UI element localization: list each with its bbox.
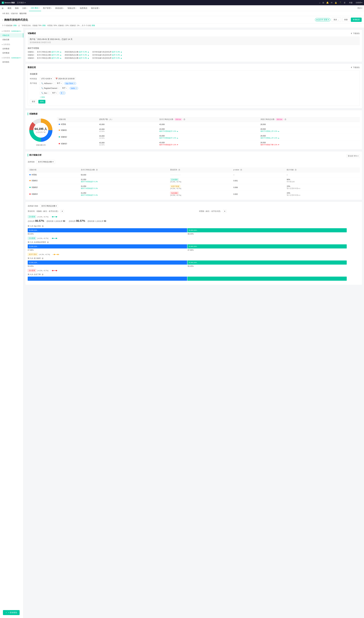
equals-op1[interactable]: 等于 ▾ <box>55 82 63 85</box>
nav-overview[interactable]: 概览 <box>6 5 13 11</box>
stats-row-exp2: 试验组2 31,050相对于对照组提升 5.3% 差异不显著 [+6.3%, +… <box>28 184 360 191</box>
sidebar-item-overview[interactable]: 试验总览 <box>0 33 23 38</box>
nav-smart-ops[interactable]: 智能运营 ▾ <box>66 5 78 11</box>
hint-icon2[interactable]: ? <box>284 118 286 121</box>
funnel-controls: 选择漏斗指标 支付订单的总次数 ▾ <box>28 204 360 208</box>
breadcrumb-sep2: / <box>18 13 19 15</box>
message-icon[interactable]: ✉ <box>331 1 333 4</box>
step1-hint[interactable]: ℹ <box>42 225 44 227</box>
sidebar-item-realtime[interactable]: 实时数据 <box>0 51 23 55</box>
funnel-sig-negative: 负向显著 <box>28 269 36 272</box>
nav-project-settings[interactable]: 项目设置 ▾ <box>89 5 102 11</box>
breadcrumb-list[interactable]: 试验列表 <box>11 12 18 15</box>
status-badge[interactable]: 运行中 变更 ▾ <box>315 18 330 21</box>
equals-op3[interactable]: 等于 ▾ <box>51 91 58 95</box>
sidebar-section-title-publish[interactable]: ▾ 发布报告 当前报告版本 ▾ <box>0 56 23 60</box>
female-remove[interactable]: ✕ <box>63 92 64 94</box>
confidence-select[interactable]: 置信度 95% ▾ <box>346 154 360 158</box>
more-button[interactable]: 更多 … <box>332 18 341 22</box>
step1-val-exp: 15,581,624... <box>29 229 38 231</box>
sidebar-item-traffic[interactable]: 试验流量 <box>0 38 23 42</box>
sub-tag1[interactable]: 调整 <box>13 24 17 27</box>
baidu-remove[interactable]: ✕ <box>76 87 77 89</box>
reset-button[interactable]: 重置 <box>30 100 37 104</box>
status-change[interactable]: 变更 ▾ <box>324 18 329 21</box>
user-role[interactable]: 分析师 ▾ <box>356 1 362 4</box>
hint-icon4[interactable]: ? <box>178 169 180 171</box>
ci-dot-left4 <box>52 270 53 271</box>
breadcrumb-ab-test[interactable]: A/B 测试 <box>2 12 9 15</box>
download-overview-button[interactable]: ⬇ 下载报告 <box>351 32 360 35</box>
stats-col-ci: 置信区间 ? <box>168 167 232 172</box>
row-exp2-name: 试验组2 <box>57 134 97 140</box>
funnel-indicator-select[interactable]: 支付订单的总次数 ▾ <box>40 204 58 208</box>
stats-header: 统计检验分析 置信度 95% ▾ <box>28 154 360 158</box>
stats-exp3-pvalue: 0.002 <box>232 191 285 198</box>
stats-table: 试验分组 支付订单的总次数 ? 置信区间 ? p-value ? 统计功效 ? … <box>28 167 360 197</box>
bell-icon[interactable]: 🔔 <box>326 1 329 4</box>
add-filter-button[interactable]: + 添加 <box>40 96 45 98</box>
download2-icon: ⬇ <box>351 66 352 69</box>
sidebar: ▾ 试验报告 当前报告版本 ▾ 试验总览 试验流量 ▾ 业务报告 业务数据 实时… <box>0 28 24 618</box>
step2-hint[interactable]: ℹ <box>47 241 49 243</box>
project-selector[interactable]: 正式项目 ▾ <box>17 1 26 4</box>
add-report-button[interactable]: ＋ + 添加报告 <box>3 610 20 615</box>
sub-sep2: · 对照组: 50%, 试验组1: 10%, 试验组2: 1% ... 共 5 … <box>46 24 91 27</box>
query-button[interactable]: 查询 <box>38 100 45 103</box>
nav-ab-test[interactable]: A/B 测试 ▾ <box>29 5 41 11</box>
nav-more[interactable]: 更多 ▾ <box>357 7 362 9</box>
step1-val-ctrl: 15,581,624... <box>189 229 198 231</box>
step2-bars: 15,581,624... 15,581,624... <box>28 244 360 248</box>
nav-scene-store[interactable]: 场景商店 <box>78 5 89 11</box>
indicator-select[interactable]: 支付订单的总次数 ▾ <box>36 160 55 164</box>
hint-icon1[interactable]: ? <box>183 118 185 121</box>
important-badge1: 重要指标 <box>174 118 182 121</box>
monitor-icon[interactable]: 🖥 <box>344 1 346 4</box>
register-channel-select[interactable]: 🔍 RegisterChannel ▾ <box>40 87 60 90</box>
sex-select[interactable]: 🔍 Sex ▾ <box>40 92 50 95</box>
sub-tag3[interactable]: 调整 <box>91 24 95 27</box>
stats-title: 统计检验分析 <box>28 154 42 156</box>
sub-tag2[interactable]: 调整 <box>42 24 46 27</box>
nav-reports[interactable]: 报表 <box>13 5 21 11</box>
menu-grid-icon[interactable]: ⊞ <box>2 7 3 9</box>
lock-icon[interactable]: 🔒 <box>335 1 337 4</box>
search-icon[interactable]: ⌕ <box>319 1 320 4</box>
nav-analysis[interactable]: 分析 ▾ <box>21 5 29 11</box>
phone-icon[interactable]: 📱 <box>339 1 342 4</box>
hint-icon3[interactable]: ? <box>96 169 98 171</box>
sidebar-section-title-business[interactable]: ▾ 业务报告 <box>0 42 23 47</box>
funnel-ctrl-select[interactable]: ▾ <box>223 210 226 213</box>
stats-control-power: – <box>285 172 360 177</box>
step4-label: 第 4 步 点击下单 ℹ <box>28 273 360 276</box>
adsource-select[interactable]: 🔍 AdSource ▾ <box>40 82 54 85</box>
hint-icon6[interactable]: ? <box>295 169 297 171</box>
grid-icon[interactable]: ⊞ <box>322 1 324 4</box>
funnel-exp-select[interactable]: ▾ <box>61 210 64 213</box>
user-name[interactable]: 卓越 <box>349 1 352 4</box>
table-row-exp2: 试验组2 43,00032.00% 43,000相对于对照组提升 5.3% ▲ … <box>57 134 360 140</box>
refresh-button[interactable]: 刷新 <box>342 18 350 22</box>
stats-col-value: 支付订单的总次数 ? <box>79 167 168 172</box>
ci-dot-right2 <box>56 238 57 239</box>
sidebar-item-business-data[interactable]: 业务数据 <box>0 47 23 51</box>
col-metric1: 支付订单的总次数 重要指标 ? <box>157 117 259 122</box>
back-button[interactable]: ‹ <box>2 19 3 21</box>
timezone-select[interactable]: UTC+14:00 ▾ <box>40 77 53 80</box>
sidebar-section-title-experiment[interactable]: ▾ 试验报告 当前报告版本 ▾ <box>0 29 23 33</box>
sidebar-item-publish-report[interactable]: 发布报告 <box>0 60 23 64</box>
equals-op2[interactable]: 等于 ▾ <box>61 86 68 90</box>
nav-user-mgmt[interactable]: 用户管理 ▾ <box>41 5 53 11</box>
col-metric2: 浏览订单的总次数 重要指标 ? <box>259 117 360 122</box>
step4-hint[interactable]: ℹ <box>42 274 44 275</box>
step3-hint[interactable]: ℹ <box>42 257 44 260</box>
funnel-ctrl-label: 对照组（标注：名字仅示意） <box>199 210 222 213</box>
nav-channel[interactable]: 渠道追踪 ▾ <box>53 5 66 11</box>
step3-label: 第 3 步 进入购买 ℹ <box>28 257 360 260</box>
appstore-remove[interactable]: ✕ <box>74 82 75 84</box>
date-picker[interactable]: 📅 2024-05-20 10:00:00 <box>54 77 76 80</box>
view-config-button[interactable]: 查看配置 <box>351 18 362 22</box>
hint-icon5[interactable]: ? <box>240 169 242 171</box>
download-data-button[interactable]: ⬇ 下载报告 <box>351 66 360 69</box>
step2-pct-exp: 87.88% <box>28 249 187 251</box>
